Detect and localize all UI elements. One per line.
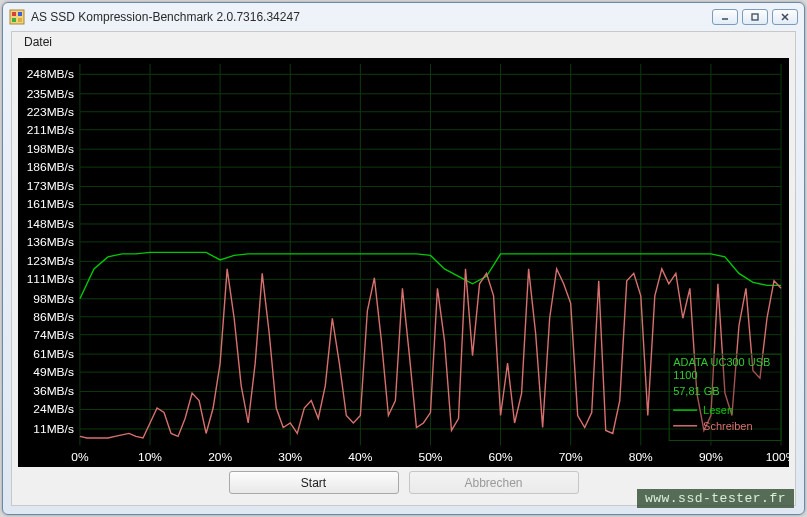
svg-text:ADATA UC300 USB: ADATA UC300 USB [673, 356, 770, 368]
svg-text:50%: 50% [418, 450, 442, 464]
svg-text:Schreiben: Schreiben [703, 420, 752, 432]
svg-text:235MB/s: 235MB/s [27, 87, 74, 101]
svg-text:223MB/s: 223MB/s [27, 105, 74, 119]
svg-text:198MB/s: 198MB/s [27, 142, 74, 156]
svg-rect-3 [12, 18, 16, 22]
svg-text:74MB/s: 74MB/s [33, 328, 74, 342]
svg-text:40%: 40% [348, 450, 372, 464]
svg-rect-2 [18, 12, 22, 16]
svg-text:86MB/s: 86MB/s [33, 310, 74, 324]
svg-text:60%: 60% [489, 450, 513, 464]
cancel-button: Abbrechen [409, 471, 579, 494]
svg-text:10%: 10% [138, 450, 162, 464]
svg-text:80%: 80% [629, 450, 653, 464]
svg-text:211MB/s: 211MB/s [27, 123, 74, 137]
svg-rect-1 [12, 12, 16, 16]
svg-text:49MB/s: 49MB/s [33, 365, 74, 379]
svg-text:100%: 100% [766, 450, 789, 464]
start-button[interactable]: Start [229, 471, 399, 494]
svg-text:61MB/s: 61MB/s [33, 347, 74, 361]
svg-text:1100: 1100 [673, 369, 697, 381]
maximize-button[interactable] [742, 9, 768, 25]
svg-text:148MB/s: 148MB/s [27, 217, 74, 231]
svg-text:36MB/s: 36MB/s [33, 385, 74, 399]
svg-text:173MB/s: 173MB/s [27, 180, 74, 194]
menubar: Datei [12, 32, 795, 54]
svg-rect-4 [18, 18, 22, 22]
svg-text:248MB/s: 248MB/s [27, 67, 74, 81]
svg-text:123MB/s: 123MB/s [27, 254, 74, 268]
watermark: www.ssd-tester.fr [637, 489, 794, 508]
app-icon [9, 9, 25, 25]
window-title: AS SSD Kompression-Benchmark 2.0.7316.34… [31, 10, 712, 24]
titlebar: AS SSD Kompression-Benchmark 2.0.7316.34… [3, 3, 804, 31]
svg-text:186MB/s: 186MB/s [27, 160, 74, 174]
chart-svg: 11MB/s24MB/s36MB/s49MB/s61MB/s74MB/s86MB… [18, 58, 789, 467]
svg-text:57,81 GB: 57,81 GB [673, 385, 719, 397]
window-controls [712, 9, 798, 25]
svg-text:30%: 30% [278, 450, 302, 464]
svg-text:111MB/s: 111MB/s [27, 272, 74, 286]
menu-file[interactable]: Datei [18, 34, 58, 50]
svg-text:90%: 90% [699, 450, 723, 464]
close-button[interactable] [772, 9, 798, 25]
svg-text:161MB/s: 161MB/s [27, 198, 74, 212]
chart-panel: 11MB/s24MB/s36MB/s49MB/s61MB/s74MB/s86MB… [18, 58, 789, 467]
svg-text:70%: 70% [559, 450, 583, 464]
svg-text:136MB/s: 136MB/s [27, 235, 74, 249]
svg-text:98MB/s: 98MB/s [33, 292, 74, 306]
minimize-button[interactable] [712, 9, 738, 25]
svg-text:20%: 20% [208, 450, 232, 464]
svg-text:Lesen: Lesen [703, 404, 733, 416]
svg-text:24MB/s: 24MB/s [33, 403, 74, 417]
svg-text:11MB/s: 11MB/s [33, 422, 74, 436]
client-area: Datei 11MB/s24MB/s36MB/s49MB/s61MB/s74MB… [11, 31, 796, 506]
app-window: AS SSD Kompression-Benchmark 2.0.7316.34… [2, 2, 805, 515]
svg-rect-6 [752, 14, 758, 20]
svg-text:0%: 0% [71, 450, 89, 464]
